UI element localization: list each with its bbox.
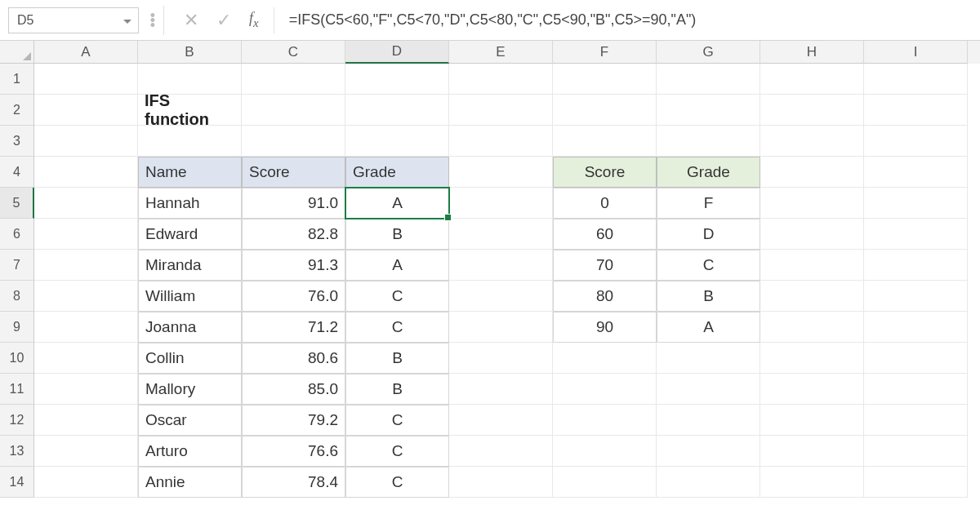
cell-C10[interactable]: 80.6 <box>242 343 345 374</box>
cell-I1[interactable] <box>864 64 968 95</box>
cell-B8[interactable]: William <box>138 281 242 312</box>
cell-A5[interactable] <box>34 188 138 219</box>
cell-F5[interactable]: 0 <box>553 188 657 219</box>
cell-G2[interactable] <box>657 95 760 126</box>
row-header-1[interactable]: 1 <box>0 64 34 95</box>
cell-H13[interactable] <box>760 436 864 467</box>
cell-B13[interactable]: Arturo <box>138 436 242 467</box>
cell-C14[interactable]: 78.4 <box>242 467 345 498</box>
cell-H5[interactable] <box>760 188 864 219</box>
column-header-E[interactable]: E <box>449 41 553 64</box>
cell-A9[interactable] <box>34 312 138 343</box>
cell-F12[interactable] <box>553 405 657 436</box>
cell-H14[interactable] <box>760 467 864 498</box>
column-header-I[interactable]: I <box>864 41 968 64</box>
cell-A3[interactable] <box>34 126 138 157</box>
cell-I14[interactable] <box>864 467 968 498</box>
cell-E13[interactable] <box>449 436 553 467</box>
cell-A7[interactable] <box>34 250 138 281</box>
cell-B9[interactable]: Joanna <box>138 312 242 343</box>
cell-F6[interactable]: 60 <box>553 219 657 250</box>
select-all-triangle[interactable] <box>0 41 34 64</box>
column-header-A[interactable]: A <box>34 41 138 64</box>
cell-D1[interactable] <box>345 64 449 95</box>
cell-E7[interactable] <box>449 250 553 281</box>
cell-D10[interactable]: B <box>345 343 449 374</box>
cell-A10[interactable] <box>34 343 138 374</box>
cell-D4[interactable]: Grade <box>345 157 449 188</box>
row-header-5[interactable]: 5 <box>0 188 34 219</box>
cell-D13[interactable]: C <box>345 436 449 467</box>
cell-F8[interactable]: 80 <box>553 281 657 312</box>
cell-D8[interactable]: C <box>345 281 449 312</box>
cell-I8[interactable] <box>864 281 968 312</box>
cell-G11[interactable] <box>657 374 760 405</box>
formula-input[interactable]: =IFS(C5<60,"F",C5<70,"D",C5<80,"C",C5<90… <box>274 7 980 33</box>
cell-G5[interactable]: F <box>657 188 760 219</box>
cell-A6[interactable] <box>34 219 138 250</box>
cell-B2[interactable]: IFS function <box>138 95 242 126</box>
cell-F7[interactable]: 70 <box>553 250 657 281</box>
cancel-formula-icon[interactable]: ✕ <box>184 10 198 31</box>
cell-H11[interactable] <box>760 374 864 405</box>
cell-D9[interactable]: C <box>345 312 449 343</box>
cell-G12[interactable] <box>657 405 760 436</box>
cell-H8[interactable] <box>760 281 864 312</box>
row-header-8[interactable]: 8 <box>0 281 34 312</box>
cell-F13[interactable] <box>553 436 657 467</box>
cell-D14[interactable]: C <box>345 467 449 498</box>
cell-G1[interactable] <box>657 64 760 95</box>
cell-B6[interactable]: Edward <box>138 219 242 250</box>
cell-G4[interactable]: Grade <box>657 157 760 188</box>
row-header-7[interactable]: 7 <box>0 250 34 281</box>
cell-D3[interactable] <box>345 126 449 157</box>
cell-I6[interactable] <box>864 219 968 250</box>
cell-B11[interactable]: Mallory <box>138 374 242 405</box>
cell-H4[interactable] <box>760 157 864 188</box>
cell-H6[interactable] <box>760 219 864 250</box>
cell-I13[interactable] <box>864 436 968 467</box>
cell-G8[interactable]: B <box>657 281 760 312</box>
cell-I5[interactable] <box>864 188 968 219</box>
cell-I4[interactable] <box>864 157 968 188</box>
cell-D5[interactable]: A <box>345 188 449 219</box>
row-header-12[interactable]: 12 <box>0 405 34 436</box>
cell-B7[interactable]: Miranda <box>138 250 242 281</box>
cell-C2[interactable] <box>242 95 345 126</box>
name-box[interactable]: D5 <box>8 7 139 33</box>
cell-E5[interactable] <box>449 188 553 219</box>
cell-A2[interactable] <box>34 95 138 126</box>
cell-I10[interactable] <box>864 343 968 374</box>
cell-A14[interactable] <box>34 467 138 498</box>
cell-E2[interactable] <box>449 95 553 126</box>
cell-C6[interactable]: 82.8 <box>242 219 345 250</box>
cell-E11[interactable] <box>449 374 553 405</box>
cell-A4[interactable] <box>34 157 138 188</box>
cell-B14[interactable]: Annie <box>138 467 242 498</box>
row-header-11[interactable]: 11 <box>0 374 34 405</box>
cell-G13[interactable] <box>657 436 760 467</box>
cell-E9[interactable] <box>449 312 553 343</box>
cell-G9[interactable]: A <box>657 312 760 343</box>
cell-H7[interactable] <box>760 250 864 281</box>
cell-C12[interactable]: 79.2 <box>242 405 345 436</box>
cell-E8[interactable] <box>449 281 553 312</box>
cell-F11[interactable] <box>553 374 657 405</box>
cell-F2[interactable] <box>553 95 657 126</box>
row-header-14[interactable]: 14 <box>0 467 34 498</box>
row-header-9[interactable]: 9 <box>0 312 34 343</box>
column-header-H[interactable]: H <box>760 41 864 64</box>
cell-I11[interactable] <box>864 374 968 405</box>
cell-F14[interactable] <box>553 467 657 498</box>
cell-I7[interactable] <box>864 250 968 281</box>
cell-C1[interactable] <box>242 64 345 95</box>
cell-C4[interactable]: Score <box>242 157 345 188</box>
cell-C13[interactable]: 76.6 <box>242 436 345 467</box>
cell-D2[interactable] <box>345 95 449 126</box>
fx-icon[interactable]: fx <box>249 10 259 30</box>
cell-B4[interactable]: Name <box>138 157 242 188</box>
cell-D12[interactable]: C <box>345 405 449 436</box>
column-header-C[interactable]: C <box>242 41 345 64</box>
cell-A1[interactable] <box>34 64 138 95</box>
cell-A11[interactable] <box>34 374 138 405</box>
